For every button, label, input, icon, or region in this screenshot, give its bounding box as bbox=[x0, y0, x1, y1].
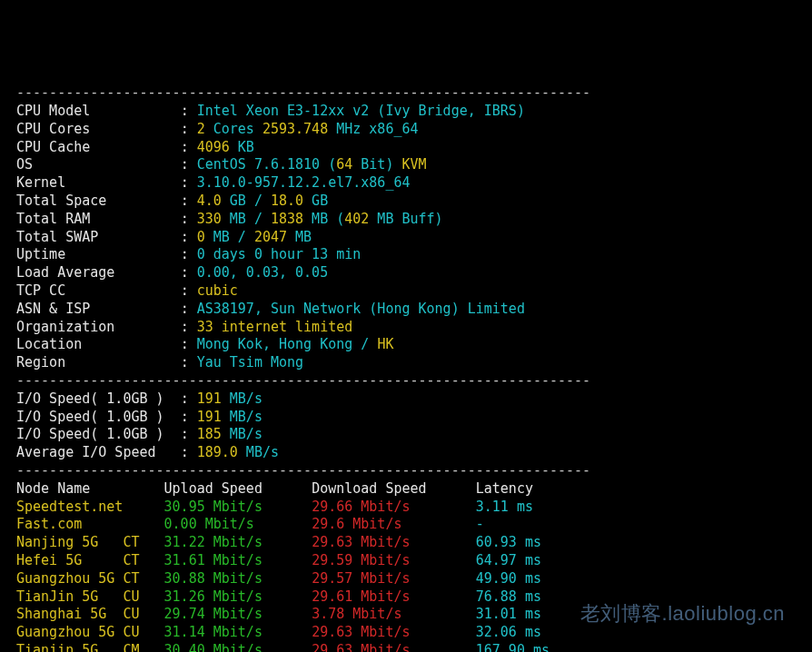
sysinfo-row-8: Uptime : 0 days 0 hour 13 min bbox=[16, 246, 361, 262]
speed-row-7: Guangzhou 5G CU 31.14 Mbit/s 29.63 Mbit/… bbox=[16, 624, 541, 640]
terminal-output: ----------------------------------------… bbox=[16, 84, 796, 652]
sysinfo-row-0: CPU Model : Intel Xeon E3-12xx v2 (Ivy B… bbox=[16, 103, 525, 119]
speed-row-2: Nanjing 5G CT 31.22 Mbit/s 29.63 Mbit/s … bbox=[16, 534, 541, 550]
speed-row-5: TianJin 5G CU 31.26 Mbit/s 29.61 Mbit/s … bbox=[16, 588, 541, 605]
speed-row-3: Hefei 5G CT 31.61 Mbit/s 29.59 Mbit/s 64… bbox=[16, 552, 541, 568]
sysinfo-row-2: CPU Cache : 4096 KB bbox=[16, 139, 254, 155]
sysinfo-row-5: Total Space : 4.0 GB / 18.0 GB bbox=[16, 193, 328, 209]
sysinfo-row-4: Kernel : 3.10.0-957.12.2.el7.x86_64 bbox=[16, 174, 411, 191]
sysinfo-row-10: TCP CC : cubic bbox=[16, 282, 238, 299]
speed-header: Node Name Upload Speed Download Speed La… bbox=[16, 480, 533, 497]
speed-row-4: Guangzhou 5G CT 30.88 Mbit/s 29.57 Mbit/… bbox=[16, 570, 541, 587]
io-row-1: I/O Speed( 1.0GB ) : 191 MB/s bbox=[16, 409, 262, 425]
sysinfo-row-3: OS : CentOS 7.6.1810 (64 Bit) KVM bbox=[16, 156, 427, 173]
sysinfo-row-1: CPU Cores : 2 Cores 2593.748 MHz x86_64 bbox=[16, 121, 419, 137]
sysinfo-row-7: Total SWAP : 0 MB / 2047 MB bbox=[16, 229, 312, 245]
speed-row-6: Shanghai 5G CU 29.74 Mbit/s 3.78 Mbit/s … bbox=[16, 606, 541, 622]
sysinfo-row-9: Load Average : 0.00, 0.03, 0.05 bbox=[16, 264, 328, 281]
io-row-2: I/O Speed( 1.0GB ) : 185 MB/s bbox=[16, 426, 262, 442]
speed-row-1: Fast.com 0.00 Mbit/s 29.6 Mbit/s - bbox=[16, 516, 484, 532]
io-row-3: Average I/O Speed : 189.0 MB/s bbox=[16, 444, 279, 460]
sysinfo-row-12: Organization : 33 internet limited bbox=[16, 319, 352, 335]
sysinfo-row-6: Total RAM : 330 MB / 1838 MB (402 MB Buf… bbox=[16, 211, 443, 227]
speed-row-8: Tianjin 5G CM 30.40 Mbit/s 29.63 Mbit/s … bbox=[16, 642, 550, 652]
sysinfo-row-14: Region : Yau Tsim Mong bbox=[16, 354, 303, 370]
io-row-0: I/O Speed( 1.0GB ) : 191 MB/s bbox=[16, 390, 262, 407]
speed-row-0: Speedtest.net 30.95 Mbit/s 29.66 Mbit/s … bbox=[16, 499, 533, 515]
sysinfo-row-11: ASN & ISP : AS38197, Sun Network (Hong K… bbox=[16, 301, 525, 317]
sysinfo-row-13: Location : Mong Kok, Hong Kong / HK bbox=[16, 336, 393, 352]
